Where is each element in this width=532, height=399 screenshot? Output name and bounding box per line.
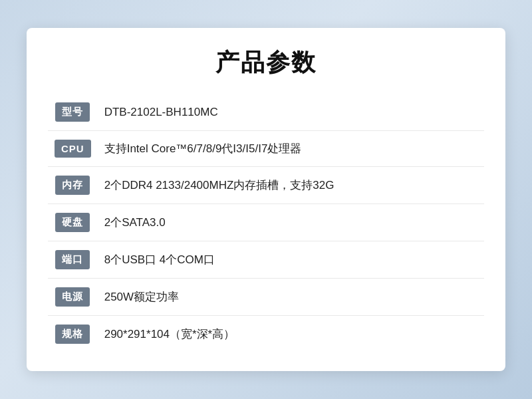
spec-label-badge: CPU [55,140,91,158]
spec-label-cell: 电源 [48,279,98,316]
spec-label-cell: 端口 [48,241,98,279]
page-title: 产品参数 [48,47,484,79]
table-row: 规格 290*291*104（宽*深*高） [48,316,484,353]
table-row: 型号 DTB-2102L-BH110MC [48,94,484,131]
spec-table: 型号 DTB-2102L-BH110MC CPU 支持Intel Core™6/… [48,94,484,352]
spec-label-badge: 电源 [55,287,90,307]
table-row: CPU 支持Intel Core™6/7/8/9代I3/I5/I7处理器 [48,131,484,167]
spec-label-badge: 内存 [55,176,90,195]
spec-value-cell: 8个USB口 4个COM口 [98,241,484,279]
spec-value-cell: DTB-2102L-BH110MC [98,94,484,131]
spec-label-badge: 端口 [55,250,90,269]
spec-label-badge: 型号 [55,102,90,122]
spec-label-badge: 硬盘 [55,213,90,232]
spec-label-cell: 规格 [48,316,98,353]
table-row: 电源 250W额定功率 [48,279,484,316]
table-row: 端口 8个USB口 4个COM口 [48,241,484,279]
table-row: 硬盘 2个SATA3.0 [48,204,484,241]
spec-label-cell: 型号 [48,94,98,131]
spec-label-cell: CPU [48,131,98,167]
spec-value-cell: 支持Intel Core™6/7/8/9代I3/I5/I7处理器 [98,131,484,167]
spec-label-cell: 硬盘 [48,204,98,241]
spec-value-cell: 290*291*104（宽*深*高） [98,316,484,353]
spec-value-cell: 250W额定功率 [98,279,484,316]
product-spec-card: 产品参数 型号 DTB-2102L-BH110MC CPU 支持Intel Co… [27,28,505,371]
spec-label-badge: 规格 [55,325,90,344]
spec-value-cell: 2个SATA3.0 [98,204,484,241]
spec-value-cell: 2个DDR4 2133/2400MHZ内存插槽，支持32G [98,167,484,204]
spec-label-cell: 内存 [48,167,98,204]
table-row: 内存 2个DDR4 2133/2400MHZ内存插槽，支持32G [48,167,484,204]
